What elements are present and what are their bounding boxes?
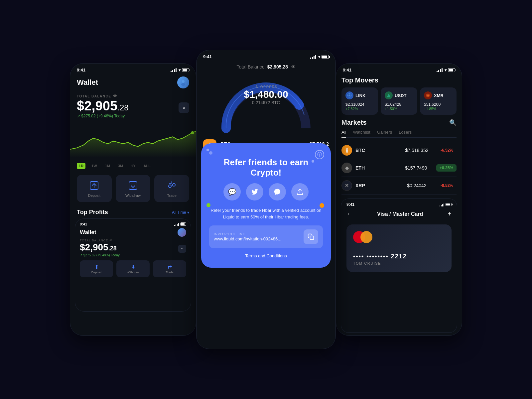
time-left: 9:41 [77,67,85,72]
status-icons-left: ▾ [171,68,189,72]
card-logo [353,231,445,243]
filter-1m[interactable]: 1M [103,163,112,169]
eye-icon[interactable]: 👁 [113,94,118,98]
usdt-name: USDT [395,93,406,98]
withdraw-button[interactable]: Withdraw [116,175,151,202]
share-twitter-btn[interactable] [246,183,263,200]
avatar[interactable] [177,76,189,88]
market-eth-name: ETH [355,165,396,171]
deposit-button[interactable]: Deposit [77,175,112,202]
top-profits-filter[interactable]: All Time ▾ [172,210,189,215]
total-balance-amount: $2,905.28 [267,64,288,69]
mover-xmr[interactable]: M XMR $51.6200 +1.85% [420,87,457,115]
ref-dot-orange [320,203,324,208]
trade-label: Trade [167,194,177,198]
nested-avatar [178,228,186,237]
card-title: Visa / Master Card [377,211,423,217]
balance-row: $2,905.28 ∧ [77,98,189,113]
signal-icon [171,68,177,72]
svg-point-5 [169,185,171,188]
tab-watchlist[interactable]: Watchlist [353,130,370,135]
ref-dot-tr [312,160,314,163]
xmr-price: $51.6200 [424,102,453,107]
markets-tabs: All Watchlist Gainers Losers [341,130,457,138]
svg-point-0 [182,80,185,83]
trade-button[interactable]: Trade [154,175,189,202]
share-upload-btn[interactable] [291,183,309,200]
link-icon [345,91,353,99]
market-eth-icon: ◆ [341,163,352,173]
market-xrp-price: $0.24042 [396,183,437,188]
balance-label: TOTAL BALANCE 👁 [77,94,189,98]
market-btc-row[interactable]: ₿ BTC $7,518.352 -6.52% [341,142,457,159]
referral-description: Refer your friends to trade Hbar with a … [209,207,323,220]
usdt-icon [385,91,393,99]
usdt-change: +1.50% [385,107,413,111]
xmr-name: XMR [434,93,444,98]
nested-balance-label: TOTAL BALANCE 👁 [80,239,186,242]
filter-1y[interactable]: 1Y [129,163,137,169]
filter-1w[interactable]: 1W [89,163,99,169]
center-signal [310,55,316,59]
center-phone: 9:41 ▾ Total Balance: $2,905.28 👁 [196,50,336,349]
nested-withdraw: ⬇ Withdraw [116,260,150,277]
copy-btn[interactable] [304,229,318,244]
top-movers-section: Top Movers LINK $2.310024 +7.82% [336,74,462,117]
deposit-icon [88,180,100,192]
share-buttons: 💬 [209,183,323,200]
referral-info-btn[interactable]: ⓘ [315,150,324,159]
card-number: •••• •••••••• 2212 [353,253,445,260]
right-signal [437,68,443,72]
action-buttons: Deposit Withdraw [70,171,196,206]
svg-marker-10 [387,93,390,97]
market-xrp-change: -8.52% [437,182,457,189]
svg-text:M: M [427,94,429,97]
tab-gainers[interactable]: Gainers [377,130,392,135]
mover-link[interactable]: LINK $2.310024 +7.82% [341,87,378,115]
svg-point-6 [173,184,175,186]
in-orders-label: IN ORDERS [244,85,288,89]
xmr-icon: M [424,91,432,99]
tab-losers[interactable]: Losers [399,130,412,135]
right-battery [448,68,455,72]
terms-link[interactable]: Terms and Conditions [209,253,323,258]
market-btc-icon: ₿ [341,145,352,156]
usdt-price: $1.02428 [385,102,413,107]
credit-card-container: •••• •••••••• 2212 TOM CRUISE [341,224,457,277]
mover-usdt[interactable]: USDT $1.02428 +1.50% [381,87,417,115]
right-wifi-icon: ▾ [445,68,447,72]
status-bar-center: 9:41 ▾ [197,50,335,61]
card-phone-time: 9:41 [346,202,354,207]
share-messenger-btn[interactable] [269,183,286,200]
battery-icon [182,68,189,72]
right-phone: 9:41 ▾ Top Movers [336,63,462,336]
search-icon-btn[interactable]: 🔍 [449,119,457,126]
filter-3m[interactable]: 3M [116,163,125,169]
share-chat-btn[interactable]: 💬 [223,183,241,200]
deposit-label: Deposit [88,194,100,198]
markets-section: Markets 🔍 All Watchlist Gainers Losers ₿… [336,117,462,196]
nested-phone: 9:41 Wallet [75,218,191,312]
back-btn[interactable]: ← [346,210,352,217]
filter-all[interactable]: ALL [142,163,153,169]
time-center: 9:41 [203,54,212,59]
balance-cents: .28 [117,103,128,112]
chart-svg [70,124,196,158]
total-balance-eye[interactable]: 👁 [291,64,296,69]
svg-point-9 [348,94,350,96]
chevron-btn[interactable]: ∧ [179,102,189,113]
add-card-btn[interactable]: + [448,210,452,218]
in-orders-btc: 0.214672 BTC [244,100,288,105]
market-btc-change: -6.52% [437,147,457,154]
svg-point-2 [191,131,194,134]
tab-all[interactable]: All [341,130,346,138]
market-eth-change: +0.25% [436,164,457,172]
withdraw-label: Withdraw [125,194,141,198]
center-battery [322,55,329,59]
market-eth-row[interactable]: ◆ ETH $157.7490 +0.25% [341,159,457,177]
left-phone: 9:41 ▾ Wallet [70,63,196,336]
markets-title: Markets [341,119,367,126]
nested-balance: $2,905.28 [80,242,117,253]
filter-1d[interactable]: 1D [77,163,85,169]
market-xrp-row[interactable]: ✕ XRP $0.24042 -8.52% [341,177,457,195]
